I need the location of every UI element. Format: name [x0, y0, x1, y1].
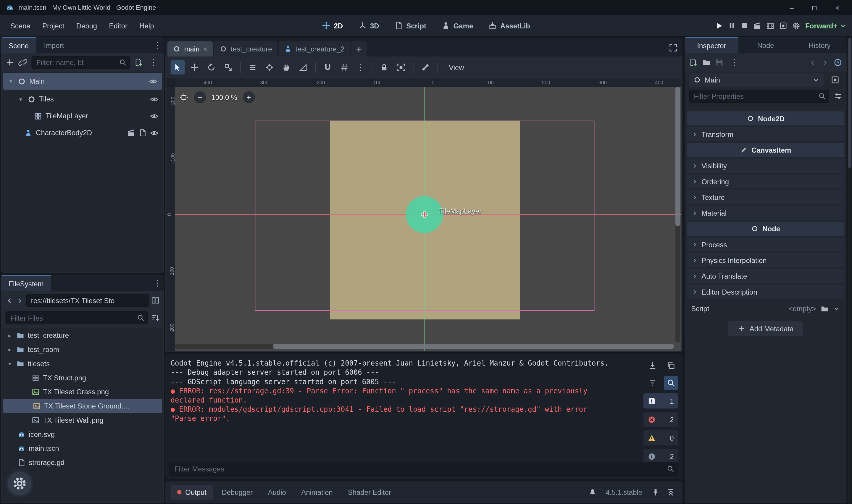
bottom-tab-audio[interactable]: Audio — [261, 485, 293, 500]
grid-snap-button[interactable] — [338, 60, 352, 74]
notifications-button[interactable] — [586, 486, 599, 499]
collapse-duplicates-button[interactable] — [646, 376, 660, 390]
history-back-button[interactable] — [809, 58, 817, 67]
workspace-2d-button[interactable]: 2D — [316, 18, 348, 33]
zoom-in-button[interactable]: + — [242, 91, 254, 103]
edit-history-button[interactable] — [834, 58, 842, 67]
maximize-button[interactable]: □ — [805, 0, 823, 15]
fs-item-test-creature[interactable]: ▸ test_creature — [2, 328, 163, 342]
collapse-arrow[interactable]: ▾ — [6, 361, 13, 366]
attached-script-icon[interactable] — [139, 129, 147, 137]
expand-bottom-panel-button[interactable] — [664, 486, 677, 499]
zoom-level-label[interactable]: 100.0 % — [211, 93, 237, 102]
save-log-button[interactable] — [646, 359, 660, 373]
fs-split-view-button[interactable] — [151, 296, 160, 305]
instantiate-scene-button[interactable] — [18, 58, 27, 67]
horizontal-ruler[interactable]: -400 -300 -200 -100 0 100 200 300 400 — [175, 78, 681, 87]
select-tool-button[interactable] — [171, 60, 185, 74]
group-texture[interactable]: Texture — [687, 190, 845, 204]
fs-item-tx-struct[interactable]: TX Struct.png — [2, 371, 163, 385]
show-selection-list-button[interactable] — [246, 60, 260, 74]
scene-tree-options-button[interactable]: ⋮ — [147, 58, 160, 68]
filter-errors-toggle[interactable]: 2 — [643, 412, 678, 427]
fs-item-tilesets[interactable]: ▾ tilesets — [2, 356, 163, 371]
stop-button[interactable] — [741, 22, 748, 29]
ruler-tool-button[interactable] — [296, 60, 310, 74]
distraction-free-button[interactable] — [666, 41, 681, 55]
window-scrollbar[interactable] — [848, 37, 851, 503]
filter-popup-errors-toggle[interactable]: 1 — [643, 393, 678, 409]
add-node-button[interactable] — [5, 58, 14, 67]
show-search-button[interactable] — [664, 376, 678, 390]
group-material[interactable]: Material — [687, 206, 845, 220]
output-filter-input[interactable] — [169, 462, 678, 476]
tab-history[interactable]: History — [793, 37, 846, 53]
collapse-arrow[interactable]: ▾ — [8, 78, 14, 84]
workspace-3d-button[interactable]: 3D — [352, 18, 385, 33]
menu-help[interactable]: Help — [133, 18, 160, 33]
collapse-arrow[interactable]: ▸ — [6, 332, 13, 338]
2d-viewport[interactable]: TileMapLayer − 100.0 % + -400 -300 -200 … — [166, 78, 681, 351]
select-mode-crosshair-button[interactable] — [262, 60, 277, 74]
property-filter-options-button[interactable] — [834, 92, 842, 100]
lock-selected-button[interactable] — [377, 60, 392, 74]
center-view-icon[interactable] — [179, 93, 188, 102]
tree-node-tiles[interactable]: ▾ Tiles — [2, 91, 163, 108]
play-custom-scene-button[interactable] — [779, 22, 787, 30]
workspace-assetlib-button[interactable]: AssetLib — [483, 18, 536, 33]
remote-node-button[interactable] — [828, 73, 842, 87]
fs-sort-button[interactable] — [151, 313, 160, 322]
fs-filter-input[interactable] — [5, 311, 148, 324]
bottom-tab-shader-editor[interactable]: Shader Editor — [341, 485, 398, 500]
close-button[interactable]: × — [828, 0, 846, 15]
fs-item-tx-tileset-wall[interactable]: TX Tileset Wall.png — [2, 413, 163, 427]
bottom-tab-debugger[interactable]: Debugger — [215, 485, 259, 500]
group-auto-translate[interactable]: Auto Translate — [687, 269, 845, 283]
group-physics-interpolation[interactable]: Physics Interpolation — [687, 253, 845, 267]
edited-node-selector[interactable]: Main — [689, 73, 824, 87]
fs-forward-button[interactable] — [16, 296, 24, 305]
view-menu-button[interactable]: View — [443, 60, 470, 75]
movie-maker-button[interactable] — [753, 22, 761, 30]
tab-scene[interactable]: Scene — [1, 37, 36, 53]
menu-debug[interactable]: Debug — [70, 18, 103, 33]
group-selected-button[interactable] — [394, 60, 408, 74]
script-load-button[interactable] — [820, 304, 829, 313]
filesystem-dock-menu-button[interactable]: ⋮ — [151, 278, 164, 288]
tab-inspector[interactable]: Inspector — [685, 37, 738, 53]
tab-import[interactable]: Import — [36, 37, 72, 53]
horizontal-scrollbar[interactable] — [175, 344, 674, 349]
vertical-ruler[interactable]: -200 -100 0 100 200 — [166, 87, 175, 351]
vertical-scrollbar[interactable] — [675, 87, 681, 342]
tree-node-main[interactable]: ▾ Main — [3, 73, 162, 90]
resource-options-button[interactable]: ⋮ — [728, 58, 741, 68]
fs-item-tx-tileset-stone-ground[interactable]: TX Tileset Stone Ground.... — [3, 399, 162, 413]
window-scroll-thumb[interactable] — [848, 38, 851, 168]
smart-snap-button[interactable] — [321, 60, 335, 74]
group-ordering[interactable]: Ordering — [687, 175, 845, 189]
inspector-filter-input[interactable] — [689, 90, 829, 103]
scene-tab-test-creature[interactable]: test_creature — [214, 41, 277, 56]
scene-tab-main[interactable]: main × — [167, 41, 213, 56]
move-tool-button[interactable] — [187, 60, 202, 74]
fs-item-icon-svg[interactable]: icon.svg — [2, 427, 163, 441]
skeleton-options-button[interactable] — [418, 60, 433, 74]
scene-tab-test-creature-2[interactable]: test_creature_2 — [279, 41, 350, 56]
vertical-scroll-thumb[interactable] — [675, 87, 681, 226]
chevron-down-icon[interactable] — [833, 305, 840, 312]
zoom-out-button[interactable]: − — [194, 91, 206, 103]
group-transform[interactable]: Transform — [687, 127, 845, 141]
bottom-tab-animation[interactable]: Animation — [295, 485, 339, 500]
tree-node-tilemaplayer[interactable]: TileMapLayer — [2, 108, 163, 125]
scale-tool-button[interactable] — [221, 60, 235, 74]
fs-item-strorage-gd[interactable]: strorage.gd — [2, 455, 163, 469]
tab-node[interactable]: Node — [739, 37, 793, 53]
fs-item-main-tscn[interactable]: main.tscn — [2, 441, 163, 455]
collapse-arrow[interactable]: ▸ — [6, 346, 13, 352]
workspace-script-button[interactable]: Script — [389, 18, 432, 33]
collapse-arrow[interactable]: ▾ — [17, 96, 24, 102]
new-scene-tab-button[interactable] — [351, 41, 367, 56]
script-property-value[interactable]: <empty> — [789, 304, 816, 313]
scene-dock-menu-button[interactable]: ⋮ — [151, 40, 164, 50]
group-editor-description[interactable]: Editor Description — [687, 285, 845, 299]
